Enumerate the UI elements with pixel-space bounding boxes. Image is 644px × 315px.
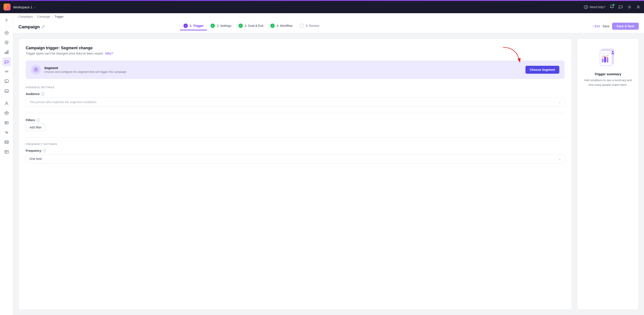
svg-rect-24: [602, 58, 604, 62]
audience-info-icon[interactable]: i: [41, 92, 44, 96]
audience-label: Audience i: [26, 92, 564, 96]
topbar-right: Need help?: [584, 4, 640, 10]
step-check-1: ✓: [184, 24, 188, 28]
svg-point-4: [638, 6, 639, 7]
svg-rect-7: [5, 52, 6, 54]
help-button[interactable]: Need help?: [584, 5, 605, 9]
trigger-subtitle-text: Trigger types can't be changed once they…: [26, 52, 104, 55]
svg-rect-26: [606, 58, 608, 62]
summary-card: Trigger summary Add conditions to see a …: [577, 38, 639, 310]
divider-1: [26, 113, 564, 113]
add-filter-button[interactable]: Add filter: [26, 124, 45, 131]
sidebar-item-broadcasts[interactable]: [2, 67, 11, 76]
step-settings[interactable]: ✓ 2. Settings: [207, 22, 235, 30]
notifications-button[interactable]: [610, 4, 614, 10]
step-check-2: ✓: [210, 24, 215, 28]
svg-point-18: [35, 68, 37, 70]
sidebar-item-terminal[interactable]: [2, 77, 11, 86]
step-check-3: ✓: [238, 24, 243, 28]
step-check-5: [300, 24, 304, 28]
segment-icon: [31, 65, 41, 74]
trigger-card-subtitle: Trigger types can't be changed once they…: [26, 52, 564, 55]
sidebar-item-inbox[interactable]: [2, 86, 11, 95]
messages-button[interactable]: [618, 5, 623, 9]
breadcrumb-current: Trigger: [54, 15, 64, 18]
main-card: Campaign trigger: Segment change Trigger…: [18, 38, 572, 310]
breadcrumb: Campaigns / Campaign / Trigger: [18, 13, 639, 18]
sidebar-item-activity[interactable]: [2, 128, 11, 137]
step-1-label: 1. Trigger: [190, 24, 204, 28]
segment-box: Segment Choose and configure the segment…: [26, 60, 564, 79]
breadcrumb-sep-1: /: [35, 15, 36, 18]
edit-campaign-icon[interactable]: [42, 24, 45, 30]
step-4-label: 4. Workflow: [276, 24, 292, 28]
choose-segment-button[interactable]: Choose Segment: [526, 66, 559, 74]
step-2-label: 2. Settings: [217, 24, 231, 28]
svg-point-3: [629, 6, 630, 8]
exit-button[interactable]: ‹ Exit: [593, 24, 600, 28]
audience-select[interactable]: The person who matches the segment condi…: [26, 98, 564, 107]
svg-point-14: [5, 122, 6, 123]
step-goal-exit[interactable]: ✓ 3. Goal & Exit: [235, 22, 267, 30]
divider-2: [26, 137, 564, 138]
frequency-select[interactable]: One time ⌄: [26, 154, 564, 164]
svg-point-15: [5, 140, 8, 142]
frequency-chevron-icon: ⌄: [559, 157, 561, 160]
sidebar-item-campaigns[interactable]: [2, 58, 11, 66]
user-avatar[interactable]: [636, 5, 640, 9]
svg-point-12: [6, 102, 7, 104]
svg-point-28: [612, 51, 614, 52]
trigger-why-link[interactable]: Why?: [105, 52, 113, 55]
segment-container: Segment Choose and configure the segment…: [26, 60, 564, 79]
subheader: Campaigns / Campaign / Trigger Campaign: [13, 13, 644, 33]
step-workflow[interactable]: ✓ 4. Workflow: [267, 22, 296, 30]
audience-field-group: Audience i The person who matches the se…: [26, 92, 564, 107]
exit-chevron-icon: ‹: [593, 24, 594, 28]
step-trigger[interactable]: ✓ 1. Trigger: [180, 22, 207, 30]
workspace-chevron-icon: ⌄: [34, 6, 36, 8]
segment-info: Segment Choose and configure the segment…: [44, 66, 522, 74]
frequency-info-icon[interactable]: i: [43, 149, 46, 152]
summary-illustration: [597, 46, 619, 68]
workspace-name: Workspace 1: [13, 5, 32, 9]
workspace-switcher[interactable]: Workspace 1 ⌄: [13, 5, 36, 9]
sidebar-item-database[interactable]: [2, 138, 11, 146]
sidebar-collapse-button[interactable]: [2, 16, 11, 25]
help-label: Need help?: [590, 5, 605, 9]
svg-rect-9: [8, 50, 8, 54]
step-5-label: 5. Review: [306, 24, 319, 28]
svg-rect-22: [602, 53, 610, 54]
segment-name: Segment: [44, 66, 522, 70]
app-logo: [4, 4, 10, 10]
save-button[interactable]: Save: [602, 24, 610, 28]
svg-rect-25: [604, 57, 606, 62]
svg-rect-8: [6, 52, 7, 54]
sidebar-item-people[interactable]: [2, 99, 11, 108]
content-area: Campaign trigger: Segment change Trigger…: [13, 33, 644, 315]
stepper-nav: ✓ 1. Trigger ✓ 2. Settings ✓ 3. Goal & E…: [180, 20, 323, 32]
save-next-button[interactable]: Save & Next: [612, 23, 639, 30]
sidebar-item-objects[interactable]: [2, 109, 11, 118]
breadcrumb-sep-2: /: [52, 15, 53, 18]
svg-point-1: [7, 6, 8, 8]
sidebar-item-analytics[interactable]: [2, 48, 11, 56]
frequency-settings-label: FREQUENCY SETTINGS: [26, 143, 564, 146]
settings-button[interactable]: [627, 5, 632, 9]
filters-info-icon[interactable]: i: [36, 118, 40, 122]
frequency-value: One time: [30, 157, 42, 160]
breadcrumb-campaigns[interactable]: Campaigns: [18, 15, 33, 18]
breadcrumb-campaign[interactable]: Campaign: [37, 15, 50, 18]
segment-description: Choose and configure the segment that wi…: [44, 70, 522, 74]
frequency-label: Frequency i: [26, 149, 564, 152]
svg-rect-10: [5, 80, 8, 82]
sidebar-item-dashboard[interactable]: [2, 28, 11, 37]
audience-chevron-icon: ⌄: [559, 100, 561, 104]
topbar: Workspace 1 ⌄ Need help?: [0, 1, 644, 13]
sidebar-item-layers[interactable]: [2, 38, 11, 47]
step-3-label: 3. Goal & Exit: [244, 24, 264, 28]
campaign-header: Campaign: [18, 23, 45, 30]
sidebar-item-identity[interactable]: [2, 118, 11, 127]
sidebar: [0, 13, 13, 315]
sidebar-item-table[interactable]: [2, 148, 11, 156]
step-review[interactable]: 5. Review: [296, 22, 323, 30]
